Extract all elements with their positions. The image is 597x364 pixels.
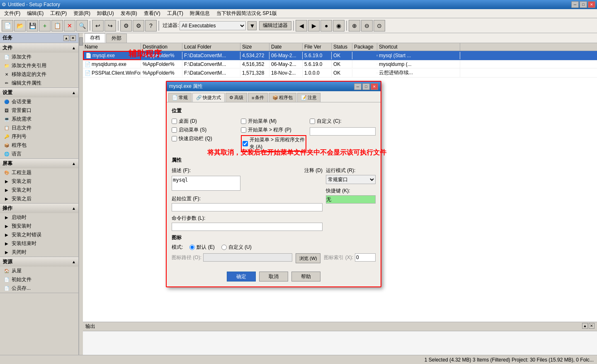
col-header-package[interactable]: Package — [352, 43, 377, 51]
filter-edit-button[interactable]: 编辑过滤器 — [259, 21, 291, 30]
sidebar-item-before-install[interactable]: ▶ 安装之前 — [0, 177, 78, 186]
browse-icon-btn[interactable]: 浏览 (W) — [296, 253, 320, 263]
col-header-shortcut[interactable]: Shortcut — [377, 43, 460, 51]
minimize-button[interactable]: ─ — [571, 1, 579, 8]
menu-resource[interactable]: 资源(R) — [70, 9, 94, 18]
file-row-pssplat[interactable]: 📄 PSSPlat.Client.WinForm.exe %AppFolder%… — [83, 68, 597, 78]
col-header-local-folder[interactable]: Local Folder — [182, 43, 240, 51]
dialog-tab-notes[interactable]: 📝 注意 — [297, 93, 320, 102]
col-header-destination[interactable]: Destination — [141, 43, 182, 51]
sidebar-section-ops-header[interactable]: 操作 ▲ — [0, 204, 78, 213]
toolbar-help[interactable]: ? — [145, 20, 157, 32]
col-header-status[interactable]: Status — [332, 43, 352, 51]
col-header-date[interactable]: Date — [269, 43, 303, 51]
toolbar-extra2[interactable]: ▶ — [308, 20, 320, 32]
toolbar-undo[interactable]: ↩ — [92, 20, 104, 32]
sidebar-item-sys-req[interactable]: 💻 系统需求 — [0, 115, 78, 124]
sidebar-item-session-var[interactable]: 🔵 会话变量 — [0, 97, 78, 106]
dialog-cmd-input[interactable] — [172, 223, 323, 231]
toolbar-extra5[interactable]: ⊕ — [349, 20, 360, 32]
col-header-file-ver[interactable]: File Ver — [303, 43, 332, 51]
dialog-tab-advanced[interactable]: ⚙ 高级 — [226, 93, 247, 102]
dialog-run-select[interactable]: 常规窗口 — [326, 175, 376, 184]
sidebar-item-pre-install[interactable]: ▶ 预安装时 — [0, 222, 78, 231]
sidebar-item-install-end[interactable]: ▶ 安装结束时 — [0, 239, 78, 248]
checkbox-start-menu-prog-input[interactable] — [241, 127, 246, 133]
tab-external[interactable]: 外部 — [106, 34, 127, 43]
sidebar-item-from-house[interactable]: 🏠 从屋 — [0, 267, 78, 275]
toolbar-extra7[interactable]: ⊙ — [374, 20, 385, 32]
sidebar-item-serial[interactable]: 🔑 序列号 — [0, 132, 78, 141]
sidebar-section-settings-header[interactable]: 设置 ▲ — [0, 88, 78, 97]
dialog-tab-condition[interactable]: ≡ 条件 — [248, 93, 268, 102]
file-row-mysql[interactable]: 📄 mysql.exe %AppFolder% F:\DataConvertM.… — [83, 51, 597, 61]
menu-edit[interactable]: 编辑(E) — [24, 9, 47, 18]
dialog-tab-general[interactable]: 📄 常规 — [168, 93, 192, 102]
checkbox-startup-input[interactable] — [172, 127, 177, 133]
output-close-btn[interactable]: ✕ — [589, 323, 595, 329]
file-row-mysqldump[interactable]: 📄 mysqldump.exe %AppFolder% F:\DataConve… — [83, 61, 597, 68]
col-header-name[interactable]: Name — [83, 43, 141, 51]
sidebar-item-theme[interactable]: 🎨 工程主题 — [0, 168, 78, 177]
menu-attachment[interactable]: 附属信息 — [187, 9, 213, 18]
task-close-btn[interactable]: ✕ — [70, 35, 76, 41]
dialog-cancel-btn[interactable]: 取消 — [259, 272, 288, 281]
sidebar-item-public-store[interactable]: 📄 公员存... — [0, 284, 78, 293]
sidebar-item-init-file[interactable]: 📄 初始文件 — [0, 275, 78, 284]
icon-mode-default-radio[interactable] — [189, 245, 195, 250]
dialog-help-btn[interactable]: 帮助 — [291, 272, 320, 281]
dialog-desc-input[interactable]: mysql — [172, 176, 240, 191]
dialog-start-input[interactable] — [172, 203, 323, 211]
task-minimize-btn[interactable]: ▲ — [63, 35, 69, 41]
checkbox-start-menu-input[interactable] — [241, 119, 246, 124]
sidebar-item-on-start[interactable]: ▶ 启动时 — [0, 213, 78, 222]
maximize-button[interactable]: □ — [580, 1, 587, 8]
dialog-close-btn[interactable]: ✕ — [371, 83, 378, 90]
filter-icon-btn[interactable]: ▼ — [248, 21, 257, 30]
dialog-hotkey-input[interactable]: 无 — [326, 195, 376, 204]
close-button[interactable]: ✕ — [588, 1, 595, 8]
toolbar-search[interactable]: 🔍 — [76, 20, 88, 32]
sidebar-item-add-folder[interactable]: 📁 添加文件夹引用 — [0, 61, 78, 70]
dialog-tab-package[interactable]: 📦 程序包 — [269, 93, 296, 102]
icon-index-input[interactable]: 0 — [355, 253, 376, 262]
filter-select[interactable]: All Executables — [180, 21, 246, 30]
sidebar-item-bg-window[interactable]: 🖼 背景窗口 — [0, 106, 78, 115]
menu-about[interactable]: 当下软件园简洁汉化 SP1版 — [213, 9, 280, 18]
toolbar-copy[interactable]: 📋 — [51, 20, 63, 32]
toolbar-save[interactable]: 💾 — [27, 20, 38, 32]
tab-archive[interactable]: 存档 — [85, 33, 105, 43]
toolbar-add[interactable]: + — [39, 20, 51, 32]
sidebar-item-on-close[interactable]: ▶ 关闭时 — [0, 248, 78, 257]
sidebar-section-resource-header[interactable]: 资源 ▲ — [0, 257, 78, 267]
menu-uninstall[interactable]: 卸载(U) — [94, 9, 117, 18]
menu-tools[interactable]: 工具(T) — [164, 9, 187, 18]
dialog-tab-shortcut[interactable]: 🔗 快捷方式 — [192, 93, 225, 102]
toolbar-redo[interactable]: ↪ — [104, 20, 116, 32]
sidebar-item-log-file[interactable]: 📋 日志文件 — [0, 124, 78, 132]
checkbox-quicklaunch-input[interactable] — [172, 136, 177, 141]
sidebar-section-files-header[interactable]: 文件 ▲ — [0, 43, 78, 53]
toolbar-extra4[interactable]: ◉ — [333, 20, 345, 32]
toolbar-extra3[interactable]: ● — [320, 20, 332, 32]
sidebar-item-language[interactable]: 🌐 语言 — [0, 150, 78, 158]
col-header-size[interactable]: Size — [240, 43, 269, 51]
menu-file[interactable]: 文件(F) — [1, 9, 24, 18]
menu-view[interactable]: 查看(V) — [141, 9, 164, 18]
toolbar-extra6[interactable]: ⊖ — [361, 20, 373, 32]
sidebar-item-during-install[interactable]: ▶ 安装之时 — [0, 186, 78, 194]
toolbar-settings2[interactable]: ⚙ — [133, 20, 144, 32]
sidebar-item-edit-props[interactable]: ✏ 编辑文件属性 — [0, 79, 78, 87]
checkbox-start-menu-app-input[interactable] — [243, 141, 248, 146]
checkbox-desktop-input[interactable] — [172, 119, 177, 124]
checkbox-custom-input[interactable] — [310, 119, 315, 124]
toolbar-open[interactable]: 📂 — [14, 20, 26, 32]
dialog-minimize-btn[interactable]: ─ — [354, 83, 362, 90]
icon-mode-custom-radio[interactable] — [221, 245, 227, 250]
sidebar-item-after-install[interactable]: ▶ 安装之后 — [0, 194, 78, 203]
toolbar-new[interactable]: 📄 — [2, 20, 13, 32]
menu-publish[interactable]: 发布(B) — [117, 9, 141, 18]
sidebar-scrollbar[interactable] — [79, 33, 83, 355]
output-minimize-btn[interactable]: ▲ — [582, 323, 588, 329]
toolbar-delete[interactable]: ✕ — [64, 20, 75, 32]
